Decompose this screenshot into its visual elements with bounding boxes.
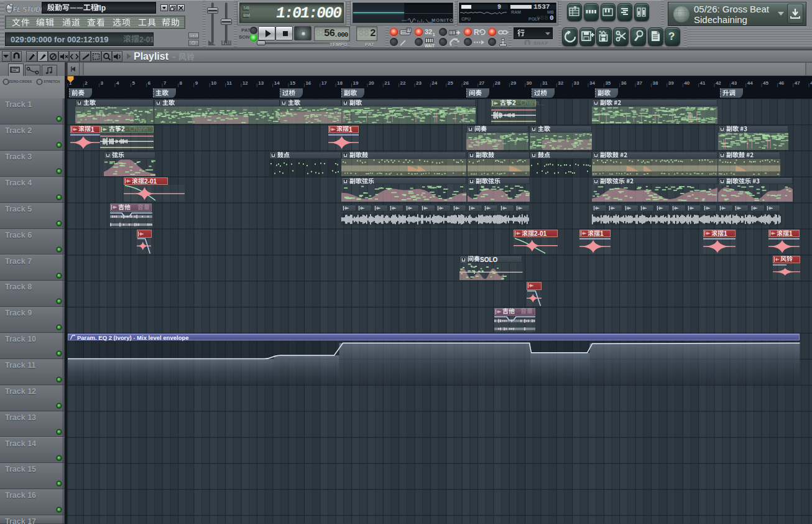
- svg-text:37: 37: [637, 80, 642, 86]
- svg-text:27: 27: [479, 80, 484, 86]
- svg-text:?: ?: [668, 30, 675, 42]
- svg-text:20: 20: [369, 80, 374, 86]
- svg-text:36: 36: [621, 80, 627, 86]
- svg-text:18: 18: [337, 80, 343, 86]
- svg-text:21: 21: [384, 80, 390, 86]
- svg-text:39: 39: [668, 80, 674, 86]
- svg-text:34: 34: [589, 80, 595, 86]
- svg-text:25: 25: [448, 80, 453, 86]
- svg-text:24: 24: [431, 80, 437, 86]
- svg-text:7: 7: [164, 80, 167, 86]
- svg-text:11: 11: [227, 80, 233, 86]
- svg-text:41: 41: [700, 80, 706, 86]
- svg-text:FL STUDIO: FL STUDIO: [13, 6, 44, 13]
- svg-text:46: 46: [778, 80, 784, 86]
- svg-text:29: 29: [510, 80, 516, 86]
- svg-text:32: 32: [558, 80, 563, 86]
- svg-text:44: 44: [747, 80, 753, 86]
- svg-text:47: 47: [795, 80, 800, 86]
- svg-text:R: R: [474, 28, 479, 37]
- svg-text:10: 10: [211, 80, 216, 86]
- svg-text:33: 33: [574, 80, 579, 86]
- svg-text:16: 16: [305, 80, 311, 86]
- svg-text:23: 23: [416, 80, 422, 86]
- svg-text:40: 40: [684, 80, 690, 86]
- svg-text:43: 43: [731, 80, 737, 86]
- svg-text:30: 30: [527, 80, 532, 86]
- svg-text:19: 19: [353, 80, 359, 86]
- svg-text:6: 6: [148, 80, 151, 86]
- svg-text:12: 12: [242, 80, 248, 86]
- svg-text:8: 8: [180, 80, 183, 86]
- svg-text:2: 2: [85, 80, 88, 86]
- svg-text:9: 9: [195, 80, 198, 86]
- svg-text:WAIT: WAIT: [425, 44, 435, 48]
- svg-text:28: 28: [495, 80, 501, 86]
- svg-text:13: 13: [258, 80, 264, 86]
- svg-text:3: 3: [101, 80, 104, 86]
- svg-text:35: 35: [605, 80, 611, 86]
- svg-text:42: 42: [716, 80, 721, 86]
- svg-text:32: 32: [425, 28, 432, 35]
- svg-text:26: 26: [463, 80, 469, 86]
- svg-text:4: 4: [116, 80, 119, 86]
- svg-text:22: 22: [400, 80, 406, 86]
- svg-text:14: 14: [274, 80, 280, 86]
- svg-text:5: 5: [132, 80, 135, 86]
- svg-text:31: 31: [542, 80, 548, 86]
- svg-text:38: 38: [653, 80, 658, 86]
- svg-text:17: 17: [321, 80, 327, 86]
- svg-text:1: 1: [433, 32, 436, 37]
- svg-text:15: 15: [290, 80, 295, 86]
- svg-text:45: 45: [763, 80, 768, 86]
